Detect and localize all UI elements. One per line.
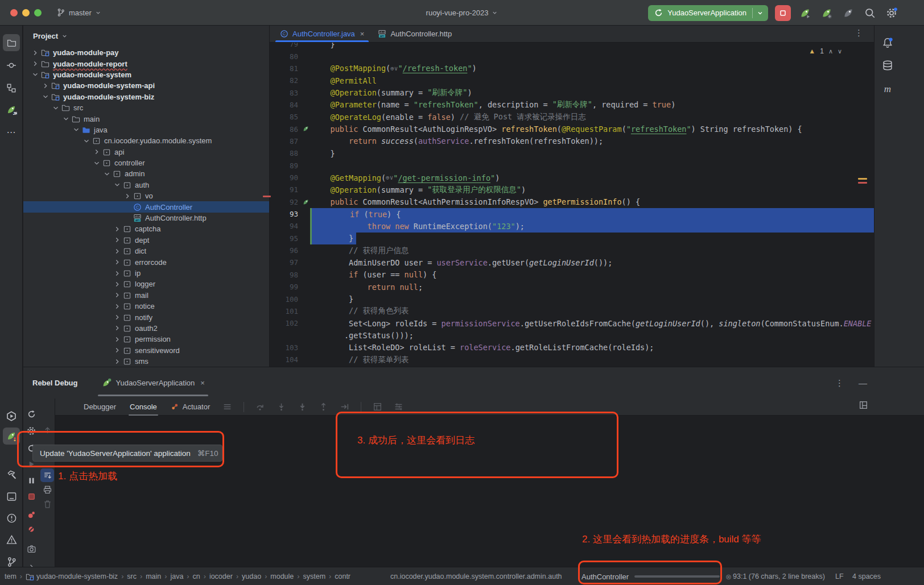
tree-item-ip[interactable]: ip [23,268,269,279]
tree-item-yudao-module-pay[interactable]: yudao-module-pay [23,47,269,58]
tree-item-dept[interactable]: dept [23,235,269,246]
chevron-down-icon[interactable] [71,126,81,134]
stop-button[interactable] [24,489,38,503]
code-line-86[interactable]: 86 public CommonResult<AuthLoginRespVO> … [270,123,874,135]
chevron-right-icon[interactable] [112,258,122,266]
git-branch-widget[interactable]: master [52,6,106,19]
chevron-right-icon[interactable] [112,280,122,288]
code-text[interactable]: // 获得角色列表 [312,305,874,317]
layout-grid-icon[interactable] [373,402,382,412]
close-icon[interactable]: × [200,379,205,387]
code-line-94[interactable]: 94 throw new RuntimeException("123"); [270,220,874,232]
code-line-91[interactable]: 91 @Operation(summary = "获取登录用户的权限信息") [270,184,874,196]
gutter[interactable]: 85 [270,111,312,123]
layout-settings-icon[interactable] [859,400,868,410]
tree-item-notice[interactable]: notice [23,301,269,312]
scroll-settings-icon[interactable] [394,402,403,412]
code-text[interactable]: if (true) { [312,208,874,220]
code-text[interactable]: @OperateLog(enable = false) // 避免 Post 请… [312,111,874,123]
tree-item-permission[interactable]: permission [23,334,269,345]
tree-item-sensitiveword[interactable]: sensitiveword [23,345,269,356]
breadcrumb-item-iocoder[interactable]: iocoder [209,572,233,580]
gutter[interactable]: 92 [270,196,312,208]
chevron-right-icon[interactable] [112,225,122,233]
chevron-down-icon[interactable] [40,93,51,101]
code-text[interactable]: } [312,293,874,305]
chevron-right-icon[interactable] [122,192,133,200]
code-text[interactable]: return null; [312,281,874,293]
tree-item-captcha[interactable]: captcha [23,223,269,234]
maven-stripe-button[interactable]: m [879,81,896,98]
gutter[interactable]: 103 [270,342,312,354]
tree-item-main[interactable]: main [23,113,269,124]
gutter[interactable]: 94 [270,220,312,232]
debug-session-tab[interactable]: YudaoServerApplication × [98,367,208,399]
tree-item-dict[interactable]: dict [23,246,269,256]
inspection-widget[interactable]: ▲ 1 ∧ ∨ [808,47,842,55]
chevron-right-icon[interactable] [92,148,102,156]
cancel-progress-icon[interactable]: ⊗ [725,572,732,581]
editor-tab-AuthController.java[interactable]: CAuthController.java× [273,26,371,42]
gutter[interactable]: 90 [270,172,312,184]
close-window-button[interactable] [10,9,18,16]
code-line-89[interactable]: 89 [270,160,874,172]
code-line-85[interactable]: 85 @OperateLog(enable = false) // 避免 Pos… [270,111,874,123]
chevron-right-icon[interactable] [112,313,122,321]
breadcrumb-item-yudao[interactable]: yudao [242,572,261,580]
tree-item-logger[interactable]: logger [23,279,269,289]
code-text[interactable]: @Parameter(name = "refreshToken", descri… [312,99,874,111]
code-text[interactable]: } [312,43,874,50]
step-out-icon[interactable] [319,402,328,412]
debug-tab-Console[interactable]: Console [129,400,158,413]
gutter[interactable]: 95 [270,233,312,244]
tree-item-AuthController.http[interactable]: APIAuthController.http [23,213,269,223]
gutter[interactable]: 86 [270,123,312,135]
stop-button[interactable] [775,5,791,21]
chevron-down-icon[interactable] [757,10,764,16]
code-text[interactable]: List<RoleDO> roleList = roleService.getR… [312,342,874,354]
chevron-down-icon[interactable] [102,170,112,178]
code-text[interactable]: .getStatus())); [312,329,874,341]
chevron-right-icon[interactable] [112,291,122,299]
tree-item-controller[interactable]: controller [23,157,269,168]
breadcrumb-item-system[interactable]: system [303,572,325,580]
breadcrumb-item-main[interactable]: main [146,572,161,580]
code-text[interactable]: @PermitAll [312,74,874,86]
chevron-right-icon[interactable] [112,335,122,343]
chevron-right-icon[interactable] [112,324,122,332]
code-line-90[interactable]: 90 @GetMapping(⊕∨"/get-permission-info") [270,172,874,184]
code-text[interactable]: if (user == null) { [312,269,874,281]
code-text[interactable]: } [312,147,874,159]
code-line-100[interactable]: 100 } [270,293,874,305]
jrebel-disabled-icon[interactable] [841,6,856,20]
code-line-95[interactable]: 95 } [270,233,874,244]
jrebel-debug-icon[interactable] [819,6,834,20]
print-button[interactable] [40,483,54,496]
gutter[interactable]: 93 [270,208,312,220]
indent-widget[interactable]: 4 spaces [852,567,881,585]
code-text[interactable]: @GetMapping(⊕∨"/get-permission-info") [312,172,874,184]
project-stripe-button[interactable] [3,34,20,51]
debug-tab-Actuator[interactable]: Actuator [170,400,211,413]
step-into-icon[interactable] [277,402,286,412]
code-text[interactable]: throw new RuntimeException("123"); [312,220,874,232]
code-line-99[interactable]: 99 return null; [270,281,874,293]
editor-tab-AuthController.http[interactable]: APIAuthController.http [371,26,459,42]
notifications-stripe-button[interactable] [879,34,896,51]
chevron-down-icon[interactable] [30,70,40,78]
chevron-right-icon[interactable] [112,247,122,255]
database-stripe-button[interactable] [879,57,896,74]
gutter[interactable] [270,329,312,341]
code-line-88[interactable]: 88 } [270,147,874,159]
chevron-down-icon[interactable] [51,104,61,112]
step-over-icon[interactable] [255,402,265,412]
force-step-into-icon[interactable] [298,402,307,412]
gutter[interactable]: 81 [270,63,312,74]
tree-item-yudao-module-system-api[interactable]: yudao-module-system-api [23,80,269,91]
structure-stripe-button[interactable] [3,80,20,97]
debug-tab-Debugger[interactable]: Debugger [82,400,117,413]
hamburger-icon[interactable] [222,402,232,412]
close-icon[interactable]: × [360,30,365,38]
services-stripe-button[interactable] [3,408,20,425]
breadcrumb-item-contr[interactable]: contr [335,572,350,580]
